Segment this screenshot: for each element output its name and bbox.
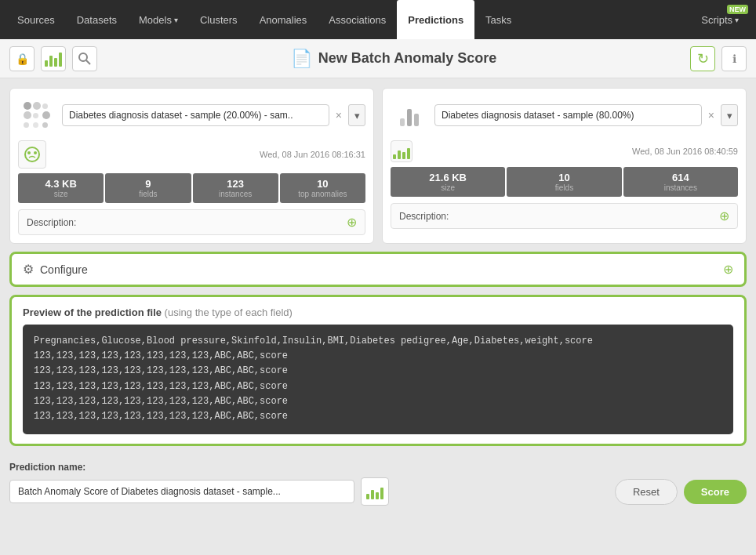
- pred-name-input[interactable]: [9, 480, 354, 503]
- reset-button[interactable]: Reset: [615, 479, 678, 505]
- preview-line: 123,123,123,123,123,123,123,123,ABC,ABC,…: [34, 379, 722, 394]
- toolbar: 🔒 📄 New Batch Anomaly Score ↻ ℹ: [0, 39, 756, 78]
- left-panel: Diabetes diagnosis dataset - sample (20.…: [9, 88, 374, 244]
- right-dataset-select-wrap: Diabetes diagnosis dataset - sample (80.…: [434, 104, 738, 126]
- right-description-bar[interactable]: Description: ⊕: [391, 203, 738, 229]
- chevron-down-icon: ▾: [735, 16, 739, 24]
- right-panel: Diabetes diagnosis dataset - sample (80.…: [382, 88, 747, 244]
- pred-name-row: Reset Score: [9, 477, 747, 506]
- svg-point-0: [79, 53, 87, 61]
- toolbar-title: 📄 New Batch Anomaly Score: [104, 49, 684, 69]
- gear-icon: ⚙: [23, 262, 34, 277]
- nav-item-tasks[interactable]: Tasks: [474, 0, 522, 39]
- right-bar-chart-icon: [391, 140, 413, 162]
- nav-item-models[interactable]: Models ▾: [128, 0, 189, 39]
- configure-left: ⚙ Configure: [23, 262, 88, 277]
- right-dataset-select[interactable]: Diabetes diagnosis dataset - sample (80.…: [434, 104, 702, 126]
- configure-chevron-icon: ⊕: [723, 262, 733, 277]
- left-stat-instances: 123 instances: [193, 173, 278, 203]
- left-stat-top-anomalies: 10 top anomalies: [280, 173, 365, 203]
- main-content: Diabetes diagnosis dataset - sample (20.…: [0, 78, 756, 455]
- configure-section[interactable]: ⚙ Configure ⊕: [9, 252, 747, 287]
- right-stats-bar: 21.6 KB size 10 fields 614 instances: [391, 167, 738, 197]
- nav-item-scripts[interactable]: Scripts ▾ NEW: [690, 0, 750, 39]
- left-stat-fields: 9 fields: [105, 173, 191, 203]
- svg-line-1: [86, 60, 90, 64]
- top-navigation: Sources Datasets Models ▾ Clusters Anoma…: [0, 0, 756, 39]
- right-stat-size: 21.6 KB size: [391, 167, 505, 197]
- new-badge: NEW: [727, 5, 748, 14]
- preview-line: 123,123,123,123,123,123,123,123,ABC,ABC,…: [34, 394, 722, 409]
- left-dataset-select[interactable]: Diabetes diagnosis dataset - sample (20.…: [62, 104, 329, 126]
- score-button[interactable]: Score: [684, 480, 747, 504]
- bar-chart-icon[interactable]: [41, 46, 66, 71]
- svg-point-4: [34, 151, 37, 154]
- preview-line: 123,123,123,123,123,123,123,123,ABC,ABC,…: [34, 409, 722, 424]
- preview-code-block: Pregnancies,Glucose,Blood pressure,Skinf…: [23, 325, 733, 434]
- refresh-icon[interactable]: ↻: [690, 46, 715, 71]
- right-stat-instances: 614 instances: [623, 167, 738, 197]
- pred-bar-chart-icon[interactable]: [361, 477, 389, 506]
- chevron-down-icon: ▾: [174, 16, 178, 24]
- nav-item-sources[interactable]: Sources: [6, 0, 66, 39]
- panels-row: Diabetes diagnosis dataset - sample (20.…: [9, 88, 747, 244]
- dataset-dots-icon: [18, 96, 56, 134]
- left-stats-bar: 4.3 KB size 9 fields 123 instances 10 to…: [18, 173, 365, 203]
- bottom-row: Prediction name: Reset Score: [0, 455, 756, 512]
- nav-item-datasets[interactable]: Datasets: [66, 0, 128, 39]
- left-dataset-clear[interactable]: ×: [333, 109, 345, 122]
- preview-section: Preview of the prediction file (using th…: [9, 295, 747, 446]
- right-panel-meta: Wed, 08 Jun 2016 08:40:59: [391, 140, 738, 162]
- lock-icon[interactable]: 🔒: [9, 46, 35, 71]
- right-dataset-clear[interactable]: ×: [705, 109, 718, 122]
- preview-line: 123,123,123,123,123,123,123,123,ABC,ABC,…: [34, 349, 722, 364]
- left-anomaly-icon: [18, 140, 46, 169]
- nav-item-anomalies[interactable]: Anomalies: [249, 0, 318, 39]
- left-panel-meta: Wed, 08 Jun 2016 08:16:31: [18, 140, 365, 169]
- filter-icon[interactable]: [72, 46, 97, 71]
- right-desc-chevron-icon: ⊕: [719, 209, 729, 223]
- left-desc-chevron-icon: ⊕: [347, 215, 357, 230]
- svg-point-2: [25, 147, 39, 161]
- preview-line: 123,123,123,123,123,123,123,123,ABC,ABC,…: [34, 364, 722, 379]
- left-stat-size: 4.3 KB size: [18, 173, 104, 203]
- right-stat-fields: 10 fields: [507, 167, 621, 197]
- left-dataset-dropdown[interactable]: ▾: [348, 104, 365, 126]
- preview-title: Preview of the prediction file (using th…: [23, 307, 733, 318]
- left-description-bar[interactable]: Description: ⊕: [18, 209, 365, 235]
- nav-item-predictions[interactable]: Predictions: [397, 0, 474, 39]
- left-dataset-select-wrap: Diabetes diagnosis dataset - sample (20.…: [62, 104, 365, 126]
- pred-name-label: Prediction name:: [9, 462, 747, 473]
- info-icon[interactable]: ℹ: [721, 46, 747, 71]
- nav-item-clusters[interactable]: Clusters: [189, 0, 249, 39]
- preview-line: Pregnancies,Glucose,Blood pressure,Skinf…: [34, 334, 722, 349]
- right-dataset-dropdown[interactable]: ▾: [721, 104, 738, 126]
- svg-point-3: [27, 151, 31, 154]
- right-dataset-icon: [391, 96, 428, 134]
- nav-item-associations[interactable]: Associations: [318, 0, 397, 39]
